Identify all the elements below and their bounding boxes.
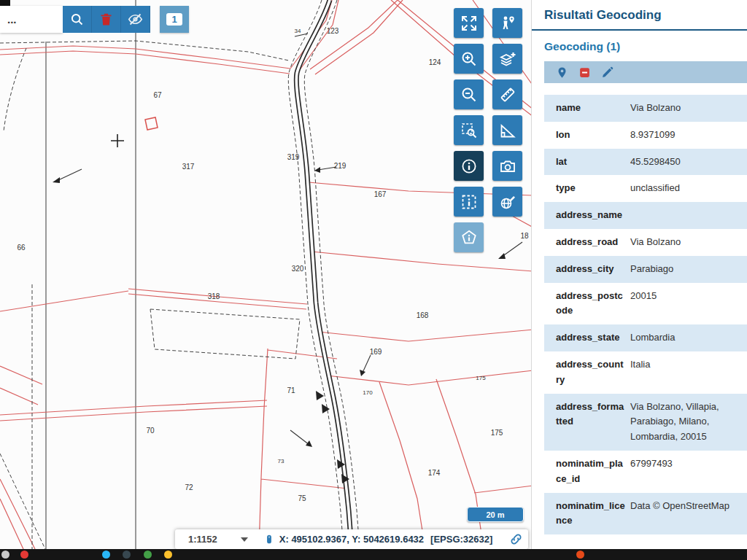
map-top-toolbar: ... 1 [0,6,189,33]
attribute-label: address_city [556,262,630,277]
attribute-label: nominatim_licence [556,499,630,529]
attribute-row-lat: lat45.5298450 [544,149,747,176]
remove-icon[interactable] [578,66,591,79]
attribute-row-name: nameVia Bolzano [544,95,747,122]
geocoding-result-card: nameVia Bolzanolon8.9371099lat45.5298450… [544,61,747,534]
scalebar-label: 20 m [486,510,504,519]
street-view-icon [499,15,516,32]
info-icon [460,158,478,175]
geo-screenshot-button[interactable] [492,187,522,217]
taskbar-icon-4[interactable] [144,551,152,559]
query-polygon-icon [460,229,478,246]
attribute-row-address_state: address_stateLombardia [544,324,747,351]
attribute-value: 20015 [630,289,747,319]
attribute-value: unclassified [630,181,747,196]
attribute-value: Via Bolzano, Villapia, Parabiago, Milano… [630,400,747,445]
attribute-label: nominatim_place_id [556,456,630,487]
query-polygon-button[interactable] [454,222,484,252]
map-canvas[interactable]: 3412312467317319219167186632031816816971… [0,0,533,549]
map-status-bar: 1:1152 X: 495102.9367, Y: 5042619.6432 [… [175,529,528,549]
mouse-coordinates: X: 495102.9367, Y: 5042619.6432 [279,534,424,545]
taskbar-icon-6[interactable] [576,551,584,559]
attribute-row-lon: lon8.9371099 [544,122,747,149]
attribute-row-nominatim_licence: nominatim_licenceData © OpenStreetMap [544,493,747,535]
zoom-in-button[interactable] [454,44,484,74]
camera-icon [499,158,516,175]
measure-length-button[interactable] [492,79,522,109]
attribute-value [630,208,747,223]
attribute-value: 45.5298450 [630,155,747,170]
eye-slash-icon [128,12,143,27]
attribute-label: address_road [556,235,630,250]
share-link-icon[interactable] [509,532,523,546]
attribute-label: address_country [556,357,630,388]
zoom-to-box-button[interactable] [454,115,484,145]
attribute-value: 8.9371099 [630,128,747,143]
taskbar-icon-3[interactable] [123,551,131,559]
attribute-table: nameVia Bolzanolon8.9371099lat45.5298450… [544,95,747,534]
taskbar-icon-2[interactable] [102,551,110,559]
corner-artifact [0,0,10,6]
delete-results-button[interactable] [92,6,121,33]
hide-results-button[interactable] [121,6,150,33]
attribute-value: Via Bolzano [630,235,747,250]
add-layers-button[interactable] [492,44,522,74]
attribute-row-address_postcode: address_postcode20015 [544,283,747,325]
fullscreen-icon [460,15,478,32]
scalebar: 20 m [467,507,524,522]
attribute-label: name [556,101,630,116]
zoom-in-icon [460,50,478,68]
attribute-row-address_city: address_cityParabiago [544,256,747,283]
attribute-value: Data © OpenStreetMap [630,499,747,529]
fullscreen-button[interactable] [454,8,484,38]
attribute-value: Italia [630,357,747,388]
more-menu-label: ... [7,13,17,26]
attribute-value: Via Bolzano [630,101,747,116]
measure-length-icon [499,86,516,104]
scale-select[interactable]: 1:1152 [175,534,248,545]
query-bbox-button[interactable] [454,187,484,217]
attribute-label: lon [556,128,630,143]
section-title: Geocoding (1) [532,31,747,61]
attribute-label: lat [556,155,630,170]
taskbar-icon-1[interactable] [20,551,28,559]
geocoding-results-panel: Risultati Geocoding Geocoding (1) nameVi… [531,0,747,549]
attribute-label: address_name [556,208,630,223]
edit-icon[interactable] [601,66,614,79]
attribute-value: 67997493 [630,456,747,487]
chevron-down-icon [241,537,248,542]
attribute-row-address_country: address_countryItalia [544,351,747,394]
search-icon [69,12,85,27]
attribute-label: address_postcode [556,289,630,319]
measure-area-icon [499,122,516,139]
geocoding-app: 3412312467317319219167186632031816816971… [0,0,747,560]
zoom-out-icon [460,86,478,104]
results-count-button[interactable]: 1 [160,6,189,33]
trash-icon [98,12,114,27]
more-menu-button[interactable]: ... [0,6,63,33]
zoom-out-button[interactable] [454,79,484,109]
panel-title: Risultati Geocoding [532,0,747,31]
search-button[interactable] [63,6,92,33]
zoom-to-box-icon [460,122,478,139]
taskbar-icon-0[interactable] [1,551,9,559]
street-view-button[interactable] [492,8,522,38]
marker-icon[interactable] [556,66,568,79]
query-info-button[interactable] [454,151,484,181]
mouse-coordinates-icon [264,532,274,546]
attribute-value: Lombardia [630,330,747,346]
attribute-row-address_road: address_roadVia Bolzano [544,229,747,256]
map-tools-column-right [492,8,522,222]
taskbar-icon-5[interactable] [164,551,172,559]
results-count-badge: 1 [166,13,182,26]
attribute-label: address_formatted [556,400,630,445]
measure-area-button[interactable] [492,115,522,145]
os-taskbar [0,549,747,560]
crs-label: [EPSG:32632] [430,534,492,545]
attribute-value: Parabiago [630,262,747,277]
result-toolbar [544,61,747,83]
attribute-row-address_name: address_name [544,202,747,229]
query-bbox-icon [460,193,478,211]
scale-value: 1:1152 [188,534,217,545]
screenshot-button[interactable] [492,151,522,181]
